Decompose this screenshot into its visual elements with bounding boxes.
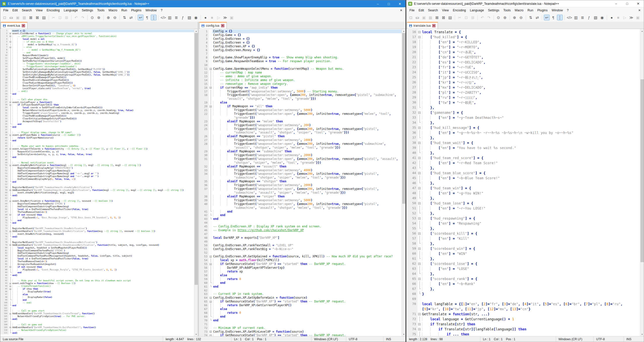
code-line[interactable]: 32 elseif MapWeapon == "assault" then — [199, 165, 402, 168]
fold-collapse-icon[interactable] — [210, 68, 212, 70]
fold-margin[interactable] — [209, 180, 212, 183]
fold-margin[interactable] — [9, 285, 12, 288]
code-line[interactable]: 4 local model = nil — [0, 38, 194, 41]
scrollbar-thumb[interactable] — [640, 79, 644, 262]
fold-margin[interactable] — [209, 75, 212, 78]
fold-margin[interactable] — [9, 189, 12, 192]
fold-margin[interactable] — [9, 60, 12, 62]
fold-margin[interactable] — [9, 136, 12, 139]
close-button[interactable]: ✕ — [633, 0, 644, 7]
code-line[interactable]: 27 TriggerEvent("weaponselecter:setmoney… — [199, 138, 402, 142]
fold-collapse-icon[interactable] — [418, 187, 421, 189]
fold-margin[interactable] — [418, 261, 421, 266]
code-line[interactable]: 44 ["hud_team_blue_score"] = { — [406, 170, 640, 176]
code-line[interactable]: 60 end — [199, 281, 402, 285]
fold-margin[interactable] — [209, 333, 212, 336]
fold-margin[interactable] — [9, 227, 12, 230]
code-line[interactable]: 82 AddTextComponentSubstringPlayerName(m… — [0, 252, 194, 255]
fold-margin[interactable] — [9, 164, 12, 167]
fold-margin[interactable] — [418, 241, 421, 246]
code-line[interactable]: 1Config = {} — [199, 29, 402, 33]
fold-margin[interactable] — [418, 125, 421, 130]
code-line[interactable]: 44event.teleportToCoords = function(enti… — [0, 148, 194, 150]
code-line[interactable]: 18 TriggerEvent("weaponselecter:open", {… — [199, 93, 402, 101]
code-line[interactable]: 32 ["gamename"] = { — [406, 110, 640, 115]
code-line[interactable]: 92 -- Hide your ui for beautiful script … — [0, 279, 194, 282]
macro-play-icon[interactable]: ▷ — [622, 15, 628, 20]
fold-margin[interactable] — [9, 200, 12, 202]
code-line[interactable]: 56end — [0, 181, 194, 183]
code-line[interactable]: 72-- Minimum XP of current rank. — [199, 326, 402, 330]
fold-margin[interactable] — [209, 48, 212, 52]
code-line[interactable]: 26 -- Call when player die. — [0, 98, 194, 101]
fold-collapse-icon[interactable] — [210, 334, 212, 336]
code-line[interactable]: 84 local id = EndTextCommandThefeedPostT… — [0, 257, 194, 260]
fold-collapse-icon[interactable] — [10, 288, 11, 290]
fold-margin[interactable] — [9, 131, 12, 134]
fold-collapse-icon[interactable] — [210, 263, 212, 265]
code-line[interactable]: 56 DarkRP_XP:AddPlayerXPToServer(xp) — [199, 266, 402, 270]
fold-margin[interactable] — [9, 323, 12, 326]
code-line[interactable]: 50 ["hud_team_lose"] = { — [406, 201, 640, 206]
code-editor[interactable]: 16local Translate = {17 ["hud_killed"] =… — [406, 29, 640, 336]
fold-margin[interactable] — [418, 120, 421, 125]
code-line[interactable]: 36end — [0, 126, 194, 128]
code-line[interactable]: 104AddEventHandler("DarkRP_Teamdeathmact… — [0, 312, 194, 315]
code-line[interactable]: 48local DarkRP_XP = exports["DarkRP_XP"] — [199, 236, 402, 240]
code-line[interactable]: 68 return 0 — [199, 311, 402, 315]
fold-margin[interactable] — [209, 172, 212, 180]
fold-margin[interactable] — [9, 318, 12, 321]
fold-margin[interactable] — [9, 263, 12, 266]
code-line[interactable]: 11Config.Game.OpenWeaponSelectMenu = fun… — [199, 67, 402, 71]
new-file-icon[interactable]: □ — [2, 15, 8, 20]
fold-margin[interactable] — [9, 128, 12, 131]
fold-margin[interactable] — [418, 60, 421, 65]
fold-margin[interactable] — [9, 175, 12, 178]
code-line[interactable]: 8Config.Game.ShowPlayerEnemyBlip = true … — [199, 56, 402, 59]
fold-margin[interactable] — [209, 289, 212, 292]
save-icon[interactable]: ▣ — [421, 15, 427, 20]
fold-margin[interactable] — [418, 191, 421, 196]
fold-collapse-icon[interactable] — [418, 248, 421, 250]
fold-margin[interactable] — [9, 117, 12, 120]
fold-margin[interactable] — [9, 112, 12, 115]
save-all-icon[interactable]: ▦ — [21, 15, 27, 20]
code-line[interactable]: 39 TriggerEvent("weaponselecter:setmoney… — [199, 198, 402, 202]
fold-margin[interactable] — [209, 244, 212, 247]
code-line[interactable]: 58 else — [199, 273, 402, 277]
fold-collapse-icon[interactable] — [10, 104, 11, 106]
fold-margin[interactable] — [418, 95, 421, 100]
fold-margin[interactable] — [418, 246, 421, 251]
code-line[interactable]: 59 return 0 — [199, 277, 402, 281]
folder-as-workspace-icon[interactable]: ▧ — [593, 15, 598, 20]
code-line[interactable]: 62 ["scoreboard_lose"] = { — [406, 261, 640, 266]
document-map-icon[interactable]: ▥ — [573, 15, 579, 20]
fold-margin[interactable] — [418, 296, 421, 301]
code-line[interactable]: 53 AddTextComponentSubstringPlayerName(m… — [0, 172, 194, 175]
code-line[interactable]: 46 }, — [406, 181, 640, 186]
fold-margin[interactable] — [209, 228, 212, 232]
fold-margin[interactable] — [418, 221, 421, 226]
code-line[interactable]: 20 if MapWeapon == "all" then — [199, 105, 402, 108]
fold-margin[interactable] — [9, 282, 12, 285]
fold-collapse-icon[interactable] — [418, 278, 421, 280]
menu-item-search[interactable]: Search — [426, 8, 440, 13]
fold-margin[interactable] — [209, 258, 212, 262]
code-line[interactable]: 68 if not nosound then — [0, 214, 194, 216]
code-line[interactable]: 62 — [0, 197, 194, 200]
fold-collapse-icon[interactable] — [418, 127, 421, 129]
code-line[interactable]: 88 PlaySound(-1, "Event_Message_Purple",… — [0, 268, 194, 271]
code-line[interactable]: 15 -- removetype : Remove weapon categor… — [199, 82, 402, 86]
menu-item-edit[interactable]: Edit — [416, 8, 426, 13]
fold-margin[interactable] — [9, 208, 12, 211]
fold-margin[interactable] — [418, 236, 421, 241]
fold-margin[interactable] — [418, 150, 421, 155]
fold-margin[interactable] — [209, 266, 212, 270]
fold-margin[interactable] — [9, 197, 12, 200]
code-line[interactable]: 27 ["mx"] = "~r~DELICADO", — [406, 85, 640, 90]
code-line[interactable]: 96 DisplayRadar(true) — [0, 290, 194, 293]
fold-margin[interactable] — [9, 296, 12, 299]
fold-margin[interactable] — [209, 202, 212, 210]
tab-translate.lua[interactable]: translate.lua✕ — [407, 22, 438, 29]
code-line[interactable]: 41end — [0, 139, 194, 142]
